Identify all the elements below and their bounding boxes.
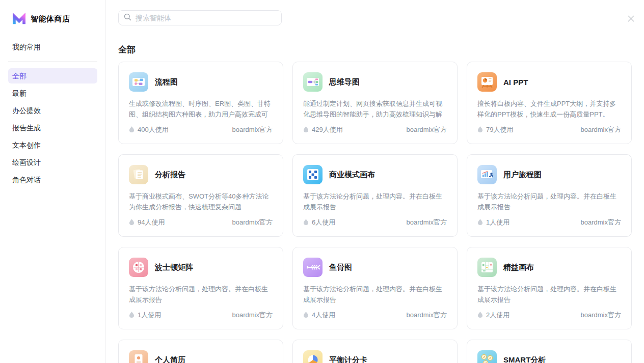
- publisher-label: boardmix官方: [407, 218, 447, 227]
- card-head: 流程图: [129, 72, 273, 92]
- app-logo-icon: [12, 12, 26, 26]
- sidebar-item-role-dialogue[interactable]: 角色对话: [8, 172, 97, 187]
- card-title: SMART分析: [503, 355, 546, 363]
- card-description: 擅长将白板内容、文件生成PPT大纲，并支持多样化的PPT模板，快速生成一份高质量…: [477, 98, 621, 120]
- card-head: 分析报告: [129, 165, 273, 184]
- flame-icon: [303, 126, 309, 134]
- publisher-label: boardmix官方: [581, 311, 621, 320]
- usage-label: 1人使用: [486, 218, 509, 227]
- card-footer: 2人使用 boardmix官方: [477, 311, 621, 320]
- card-description: 基于该方法论分析问题，处理内容。并在白板生成展示报告: [129, 284, 273, 305]
- card-head: 思维导图: [303, 72, 447, 92]
- search-box[interactable]: [118, 10, 282, 25]
- card-description: 生成或修改流程图、时序图、ER图、类图、甘特图、组织结构图六种图表，助力用户高效…: [129, 98, 273, 120]
- agent-card-flowchart[interactable]: 流程图 生成或修改流程图、时序图、ER图、类图、甘特图、组织结构图六种图表，助力…: [118, 62, 283, 144]
- sidebar-item-drawing-design[interactable]: 绘画设计: [8, 155, 97, 170]
- agent-card-smart-analysis[interactable]: SMART分析: [467, 340, 632, 363]
- analysis-report-icon: [129, 165, 148, 184]
- agent-card-user-journey[interactable]: 用户旅程图 基于该方法论分析问题，处理内容。并在白板生成展示报告 1人使用 bo…: [467, 154, 632, 237]
- card-description: 基于该方法论分析问题，处理内容。并在白板生成展示报告: [303, 191, 447, 212]
- card-footer: 1人使用 boardmix官方: [477, 218, 621, 227]
- sidebar-item-latest[interactable]: 最新: [8, 86, 97, 101]
- card-title: 分析报告: [155, 170, 185, 180]
- card-title: 用户旅程图: [503, 170, 542, 180]
- agent-store-window: 智能体商店 我的常用 全部 最新 办公提效 报告生成 文本创作 绘画设计 角色对…: [0, 0, 644, 363]
- card-footer: 400人使用 boardmix官方: [129, 125, 273, 134]
- flame-icon: [129, 218, 135, 227]
- usage-count: 1人使用: [129, 311, 161, 320]
- usage-count: 4人使用: [303, 311, 335, 320]
- card-head: 用户旅程图: [477, 165, 621, 184]
- user-journey-icon: [477, 165, 497, 184]
- card-footer: 6人使用 boardmix官方: [303, 218, 447, 227]
- publisher-label: boardmix官方: [581, 218, 621, 227]
- agent-card-grid: 流程图 生成或修改流程图、时序图、ER图、类图、甘特图、组织结构图六种图表，助力…: [118, 62, 632, 363]
- flame-icon: [477, 126, 483, 134]
- card-head: 平衡计分卡: [303, 350, 447, 363]
- app-title: 智能体商店: [31, 14, 70, 24]
- usage-count: 400人使用: [129, 125, 169, 134]
- sidebar-divider: [8, 61, 97, 62]
- publisher-label: boardmix官方: [407, 125, 447, 134]
- usage-label: 1人使用: [138, 311, 161, 320]
- card-title: 商业模式画布: [329, 170, 375, 180]
- section-title: 全部: [118, 44, 632, 55]
- card-footer: 4人使用 boardmix官方: [303, 311, 447, 320]
- scorecard-icon: [303, 350, 323, 363]
- sidebar-item-favorites[interactable]: 我的常用: [8, 39, 97, 54]
- search-icon: [124, 13, 131, 23]
- sidebar: 智能体商店 我的常用 全部 最新 办公提效 报告生成 文本创作 绘画设计 角色对…: [0, 0, 106, 363]
- sidebar-nav: 全部 最新 办公提效 报告生成 文本创作 绘画设计 角色对话: [8, 68, 97, 187]
- card-title: 个人简历: [155, 355, 185, 363]
- close-icon[interactable]: [627, 14, 635, 22]
- flame-icon: [477, 218, 483, 227]
- flame-icon: [477, 311, 483, 320]
- usage-label: 94人使用: [138, 218, 165, 227]
- agent-card-mindmap[interactable]: 思维导图 能通过制定计划、网页搜索获取信息并生成可视化思维导图的智能助手，助力高…: [292, 62, 458, 144]
- card-head: AI PPT: [477, 72, 621, 92]
- usage-count: 79人使用: [477, 125, 513, 134]
- mindmap-icon: [303, 72, 323, 92]
- card-footer: 79人使用 boardmix官方: [477, 125, 621, 134]
- card-head: 精益画布: [477, 258, 621, 277]
- agent-card-analysis-report[interactable]: 分析报告 基于商业模式画布、SWOT分析等40多种方法论为你生成分析报告，快速梳…: [118, 154, 283, 237]
- sidebar-item-text-writing[interactable]: 文本创作: [8, 137, 97, 153]
- card-head: 个人简历: [129, 350, 273, 363]
- sidebar-item-office-efficiency[interactable]: 办公提效: [8, 103, 97, 118]
- usage-label: 400人使用: [138, 125, 169, 134]
- usage-label: 4人使用: [312, 311, 335, 320]
- card-description: 基于商业模式画布、SWOT分析等40多种方法论为你生成分析报告，快速梳理复杂问题: [129, 191, 273, 212]
- sidebar-item-all[interactable]: 全部: [8, 68, 97, 83]
- lean-canvas-icon: [477, 258, 497, 277]
- agent-card-business-canvas[interactable]: 商业模式画布 基于该方法论分析问题，处理内容。并在白板生成展示报告 6人使用 b…: [292, 154, 458, 237]
- flame-icon: [129, 311, 135, 320]
- card-head: 商业模式画布: [303, 165, 447, 184]
- card-description: 基于该方法论分析问题，处理内容。并在白板生成展示报告: [303, 284, 447, 305]
- agent-card-boston-matrix[interactable]: 波士顿矩阵 基于该方法论分析问题，处理内容。并在白板生成展示报告 1人使用 bo…: [118, 247, 283, 329]
- smart-analysis-icon: [477, 350, 497, 363]
- card-head: SMART分析: [477, 350, 621, 363]
- usage-count: 429人使用: [303, 125, 343, 134]
- sidebar-item-report-generation[interactable]: 报告生成: [8, 120, 97, 135]
- app-logo-row: 智能体商店: [8, 12, 97, 26]
- card-footer: 1人使用 boardmix官方: [129, 311, 273, 320]
- card-description: 基于该方法论分析问题，处理内容。并在白板生成展示报告: [477, 284, 621, 305]
- agent-card-ai-ppt[interactable]: AI PPT 擅长将白板内容、文件生成PPT大纲，并支持多样化的PPT模板，快速…: [467, 62, 632, 144]
- usage-label: 2人使用: [486, 311, 509, 320]
- publisher-label: boardmix官方: [232, 125, 273, 134]
- card-title: 流程图: [155, 77, 178, 87]
- agent-card-fishbone[interactable]: 鱼骨图 基于该方法论分析问题，处理内容。并在白板生成展示报告 4人使用 boar…: [292, 247, 458, 329]
- usage-label: 429人使用: [312, 125, 343, 134]
- card-title: 精益画布: [503, 263, 534, 272]
- usage-count: 94人使用: [129, 218, 165, 227]
- search-input[interactable]: [136, 14, 276, 22]
- card-head: 波士顿矩阵: [129, 258, 273, 277]
- agent-card-resume[interactable]: 个人简历: [118, 340, 283, 363]
- card-title: 鱼骨图: [329, 263, 352, 272]
- card-title: 波士顿矩阵: [155, 263, 193, 272]
- flowchart-icon: [129, 72, 148, 92]
- flame-icon: [129, 126, 135, 134]
- agent-card-lean-canvas[interactable]: 精益画布 基于该方法论分析问题，处理内容。并在白板生成展示报告 2人使用 boa…: [467, 247, 632, 329]
- agent-card-balanced-scorecard[interactable]: 平衡计分卡: [292, 340, 458, 363]
- card-description: 基于该方法论分析问题，处理内容。并在白板生成展示报告: [477, 191, 621, 212]
